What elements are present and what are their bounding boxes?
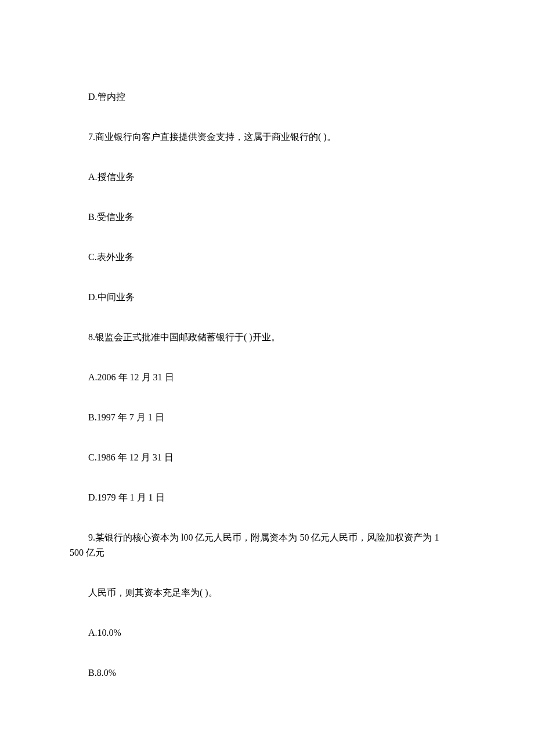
option-d-q7: D.中间业务 — [70, 290, 464, 304]
option-a-q7: A.授信业务 — [70, 170, 464, 184]
option-a-q9: A.10.0% — [70, 626, 464, 640]
question-9-line2: 500 亿元 — [70, 546, 464, 560]
option-b-q8: B.1997 年 7 月 1 日 — [70, 411, 464, 424]
option-a-q8: A.2006 年 12 月 31 日 — [70, 370, 464, 384]
document-page: D.管内控 7.商业银行向客户直接提供资金支持，这属于商业银行的( )。 A.授… — [0, 0, 534, 715]
option-c-q7: C.表外业务 — [70, 250, 464, 264]
option-b-q7: B.受信业务 — [70, 210, 464, 224]
option-c-q8: C.1986 年 12 月 31 日 — [70, 451, 464, 465]
option-d-q8: D.1979 年 1 月 1 日 — [70, 491, 464, 505]
question-8: 8.银监会正式批准中国邮政储蓄银行于( )开业。 — [70, 330, 464, 344]
question-7: 7.商业银行向客户直接提供资金支持，这属于商业银行的( )。 — [70, 130, 464, 144]
question-9-line1: 9.某银行的核心资本为 l00 亿元人民币，附属资本为 50 亿元人民币，风险加… — [70, 531, 464, 545]
option-b-q9: B.8.0% — [70, 666, 464, 680]
question-9-line3: 人民币，则其资本充足率为( )。 — [70, 586, 464, 600]
option-d-q6: D.管内控 — [70, 90, 464, 104]
